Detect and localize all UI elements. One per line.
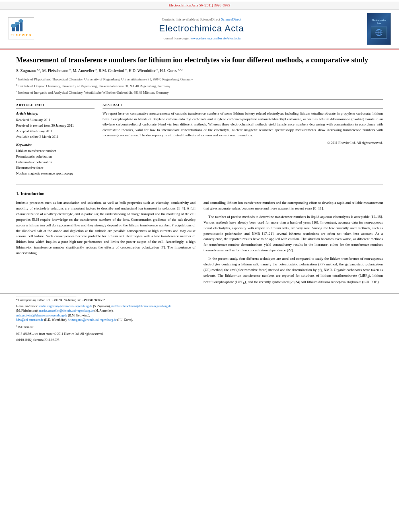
keyword-4: Electromotive force (16, 166, 95, 170)
copyright-notice: © 2011 Elsevier Ltd. All rights reserved… (103, 141, 383, 146)
journal-center-info: Contents lists available at ScienceDirec… (36, 17, 367, 41)
journal-homepage: journal homepage: www.elsevier.com/locat… (36, 36, 367, 41)
article-info-col: ARTICLE INFO Article history: Received 5… (16, 103, 95, 177)
email-gschwind[interactable]: ruth.gschwind@chemie.uni-regensburg.de (16, 314, 67, 317)
accepted-date: Accepted 4 February 2011 (16, 129, 95, 134)
abstract-header: ABSTRACT (103, 103, 383, 109)
article-info-abstract: ARTICLE INFO Article history: Received 5… (16, 103, 383, 177)
keyword-5: Nuclear magnetic resonance spectroscopy (16, 171, 95, 176)
homepage-link[interactable]: www.elsevier.com/locate/electacta (191, 36, 241, 40)
keyword-1: Lithium transference number (16, 149, 95, 154)
intro-p1: Intrinsic processes such as ion associat… (16, 200, 195, 256)
email-fleischmann[interactable]: matthias.fleischmann@chemie.uni-regensbu… (111, 304, 171, 308)
svg-point-4 (15, 22, 20, 25)
journal-citation: Electrochimica Acta 56 (2011) 3926–3933 (169, 3, 230, 7)
footnote-section: * Corresponding author. Tel.: +49 0941 9… (0, 293, 399, 343)
divider-1 (16, 99, 383, 100)
journal-top-bar: Electrochimica Acta 56 (2011) 3926–3933 (0, 2, 399, 10)
svg-point-5 (19, 19, 23, 23)
intro-p2: and controlling lithium ion transference… (204, 200, 383, 212)
affiliation-a: a Institute of Physical and Theoretical … (16, 76, 383, 82)
article-history-label: Article history: (16, 111, 95, 116)
abstract-text: We report here on comparative measuremen… (103, 111, 383, 138)
elsevier-logo: ELSEVIER (8, 17, 36, 41)
elsevier-text: ELSEVIER (10, 33, 32, 38)
footnote-issn: 0013-4686/$ – see front matter © 2011 El… (16, 332, 383, 336)
email-amereller[interactable]: marius.amereller@chemie.uni-regensburg.d… (39, 309, 94, 312)
affiliation-b: b Institute of Organic Chemistry, Univer… (16, 83, 383, 89)
introduction-section: 1. Introduction Intrinsic processes such… (0, 191, 399, 288)
received-date: Received 5 January 2011 (16, 118, 95, 123)
email-zugmann[interactable]: sandra.zugmann@chemie.uni-regensburg.de (39, 304, 93, 308)
footnote-corresponding: * Corresponding author. Tel.: +49 0941 9… (16, 298, 383, 302)
journal-header: Electrochimica Acta 56 (2011) 3926–3933 (0, 0, 399, 49)
sciencedirect-link[interactable]: ScienceDirect (221, 17, 241, 21)
abstract-col: ABSTRACT We report here on comparative m… (103, 103, 383, 177)
received-revised-date: Received in revised form 30 January 2011 (16, 123, 95, 128)
svg-rect-1 (16, 24, 19, 31)
intro-body: Intrinsic processes such as ion associat… (16, 200, 383, 288)
footnote-divider (16, 296, 76, 296)
keyword-2: Potentiostatic polarization (16, 154, 95, 159)
keywords-label: Keywords: (16, 142, 95, 148)
intro-left-col: Intrinsic processes such as ion associat… (16, 200, 195, 288)
intro-title: 1. Introduction (16, 191, 383, 197)
journal-thumbnail: ElectrochimicaActa (367, 13, 391, 45)
article-title: Measurement of transference numbers for … (16, 55, 383, 65)
svg-rect-2 (20, 22, 23, 31)
email-gores[interactable]: heiner.gores@chemie.uni-regensburg.de (68, 318, 117, 322)
article-info-header: ARTICLE INFO (16, 103, 95, 109)
journal-name: Electrochimica Acta (36, 23, 367, 35)
article-main: Measurement of transference numbers for … (0, 49, 399, 181)
footnote-emails: E-mail addresses: sandra.zugmann@chemie.… (16, 304, 383, 322)
affiliation-c: c Institute of Inorganic and Analytical … (16, 89, 383, 95)
footnote-doi: doi:10.1016/j.electacta.2011.02.025 (16, 338, 383, 342)
email-wiemhoefer[interactable]: hdw@uni-muenster.de (16, 318, 43, 322)
footnote-ise: 1 ISE member. (16, 324, 383, 329)
intro-p4: In the present study, four different tec… (204, 256, 383, 286)
authors-text: S. Zugmann a,1, M. Fleischmann b, M. Ame… (16, 68, 183, 73)
keyword-3: Galvanostatic polarization (16, 160, 95, 165)
affiliations: a Institute of Physical and Theoretical … (16, 76, 383, 95)
available-date: Available online 2 March 2011 (16, 135, 95, 140)
authors-line: S. Zugmann a,1, M. Fleischmann b, M. Ame… (16, 68, 383, 74)
intro-p3: The number of precise methods to determi… (204, 214, 383, 254)
divider-2 (16, 185, 383, 185)
contents-line: Contents lists available at ScienceDirec… (36, 17, 367, 22)
journal-content-header: ELSEVIER Contents lists available at Sci… (0, 10, 399, 49)
intro-right-col: and controlling lithium ion transference… (204, 200, 383, 288)
